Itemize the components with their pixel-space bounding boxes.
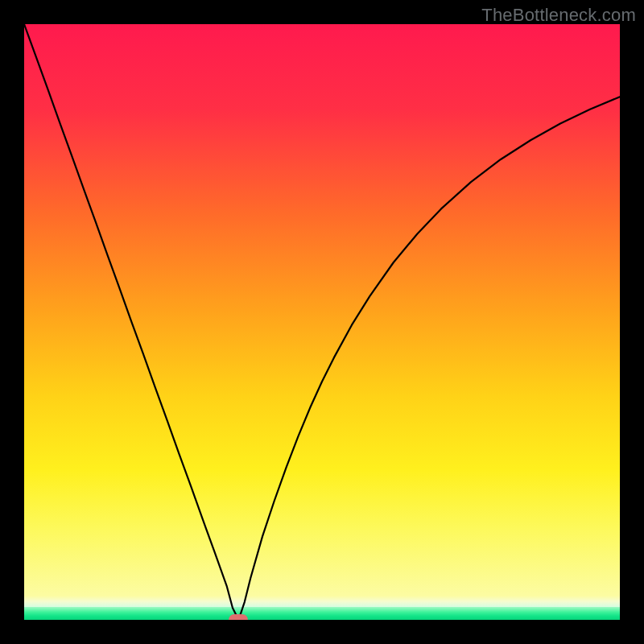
plot-area: [24, 24, 620, 620]
bottleneck-curve: [24, 24, 620, 620]
watermark-text: TheBottleneck.com: [481, 5, 636, 26]
chart-frame: TheBottleneck.com: [0, 0, 644, 644]
minimum-marker: [229, 614, 248, 620]
